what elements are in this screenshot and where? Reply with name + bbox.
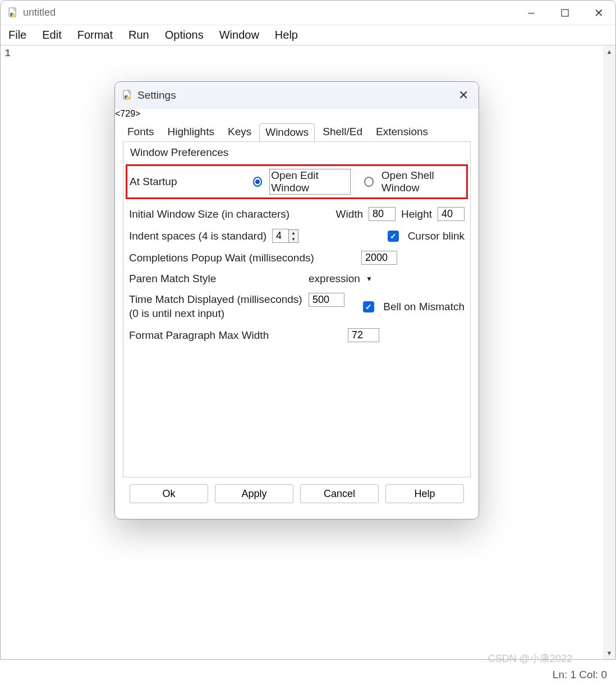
dialog-body: Fonts Highlights Keys Windows Shell/Ed E… (115, 119, 479, 519)
indent-input[interactable] (272, 229, 289, 243)
cursor-position: Ln: 1 Col: 0 (553, 669, 607, 681)
paren-style-row: Paren Match Style expression ▼ (129, 273, 465, 285)
cursor-blink-checkbox[interactable]: ✓ (388, 231, 399, 242)
python-doc-icon (122, 90, 133, 101)
time-match-input[interactable] (309, 293, 344, 307)
paren-style-label: Paren Match Style (129, 273, 303, 285)
tab-windows[interactable]: Windows (259, 123, 315, 141)
dialog-button-row: Ok Apply Cancel Help (119, 477, 474, 512)
time-match-row: Time Match Displayed (milliseconds) (0 i… (129, 293, 465, 320)
frame-legend: Window Preferences (128, 146, 231, 159)
line-gutter: 1 (1, 45, 12, 659)
height-input[interactable] (438, 207, 465, 221)
dialog-titlebar: Settings ✕ (115, 82, 479, 109)
menu-run[interactable]: Run (128, 29, 149, 42)
paren-style-select[interactable]: expression ▼ (309, 273, 373, 285)
format-width-input[interactable] (348, 328, 379, 342)
bell-mismatch-checkbox[interactable]: ✓ (363, 301, 374, 312)
vertical-scrollbar[interactable]: ▲ ▼ (603, 45, 615, 659)
cancel-button[interactable]: Cancel (300, 484, 379, 503)
spinner-buttons[interactable]: ▲ ▼ (288, 229, 298, 243)
watermark-text: CSDN @小康2022 (488, 652, 572, 665)
svg-rect-3 (562, 10, 568, 16)
time-match-label-1: Time Match Displayed (milliseconds) (129, 293, 302, 305)
format-width-label: Format Paragraph Max Width (129, 329, 342, 342)
indent-row: Indent spaces (4 is standard) ▲ ▼ ✓ Curs… (129, 229, 465, 243)
radio-open-shell-label[interactable]: Open Shell Window (381, 169, 464, 194)
startup-label: At Startup (130, 176, 242, 188)
tab-extensions[interactable]: Extensions (370, 123, 434, 141)
startup-row: At Startup Open Edit Window Open Shell W… (126, 164, 468, 199)
tab-fonts[interactable]: Fonts (122, 123, 160, 141)
spin-up-icon[interactable]: ▲ (289, 230, 298, 236)
svg-point-2 (12, 13, 15, 17)
radio-open-edit[interactable] (253, 177, 262, 187)
menu-file[interactable]: File (8, 29, 26, 42)
close-button[interactable]: ✕ (582, 1, 615, 25)
minimize-button[interactable]: – (514, 1, 548, 25)
radio-open-edit-label[interactable]: Open Edit Window (270, 169, 350, 194)
completions-input[interactable] (361, 251, 397, 265)
gutter-line-1: 1 (1, 48, 11, 59)
tab-shell-ed[interactable]: Shell/Ed (317, 123, 368, 141)
window-size-label: Initial Window Size (in characters) (129, 208, 330, 220)
svg-point-6 (126, 96, 130, 100)
ok-button[interactable]: Ok (130, 484, 208, 503)
window-preferences-frame: Window Preferences At Startup Open Edit … (123, 141, 471, 477)
width-label: Width (336, 208, 364, 220)
format-width-row: Format Paragraph Max Width (129, 328, 465, 342)
scroll-up-icon[interactable]: ▲ (603, 45, 615, 58)
completions-label: Completions Popup Wait (milliseconds) (129, 252, 356, 264)
cursor-blink-label: Cursor blink (408, 230, 465, 242)
indent-label: Indent spaces (4 is standard) (129, 230, 266, 242)
paren-style-value: expression (309, 273, 360, 285)
time-match-label: Time Match Displayed (milliseconds) (0 i… (129, 293, 303, 320)
tab-row: Fonts Highlights Keys Windows Shell/Ed E… (119, 121, 474, 141)
status-bar: CSDN @小康2022 Ln: 1 Col: 0 (0, 660, 616, 690)
menu-help[interactable]: Help (275, 29, 298, 42)
tab-highlights[interactable]: Highlights (162, 123, 220, 141)
menu-edit[interactable]: Edit (42, 29, 61, 42)
dialog-title: Settings (137, 89, 176, 102)
menu-window[interactable]: Window (219, 29, 259, 42)
spin-down-icon[interactable]: ▼ (289, 236, 298, 242)
completions-row: Completions Popup Wait (milliseconds) (129, 251, 465, 265)
window-title: untitled (23, 7, 56, 19)
tab-keys[interactable]: Keys (222, 123, 257, 141)
chevron-down-icon: ▼ (366, 275, 373, 283)
indent-spinner[interactable]: ▲ ▼ (272, 229, 298, 243)
settings-dialog: Settings ✕ <729> Fonts Highlights Keys W… (114, 81, 479, 519)
width-input[interactable] (369, 207, 396, 221)
menubar: File Edit Format Run Options Window Help (1, 25, 615, 45)
menu-format[interactable]: Format (77, 29, 113, 42)
menu-options[interactable]: Options (165, 29, 204, 42)
radio-open-shell[interactable] (364, 177, 373, 187)
scroll-down-icon[interactable]: ▼ (603, 647, 615, 659)
height-label: Height (401, 208, 432, 220)
help-button[interactable]: Help (385, 484, 464, 503)
bell-mismatch-label: Bell on Mismatch (383, 301, 465, 313)
titlebar: untitled – ✕ (1, 1, 615, 25)
time-match-label-2: (0 is until next input) (129, 307, 224, 319)
apply-button[interactable]: Apply (215, 484, 293, 503)
dialog-close-icon[interactable]: ✕ (454, 86, 473, 105)
window-controls: – ✕ (514, 1, 615, 25)
python-doc-icon (7, 7, 19, 19)
window-size-row: Initial Window Size (in characters) Widt… (129, 207, 465, 221)
maximize-button[interactable] (548, 1, 582, 25)
